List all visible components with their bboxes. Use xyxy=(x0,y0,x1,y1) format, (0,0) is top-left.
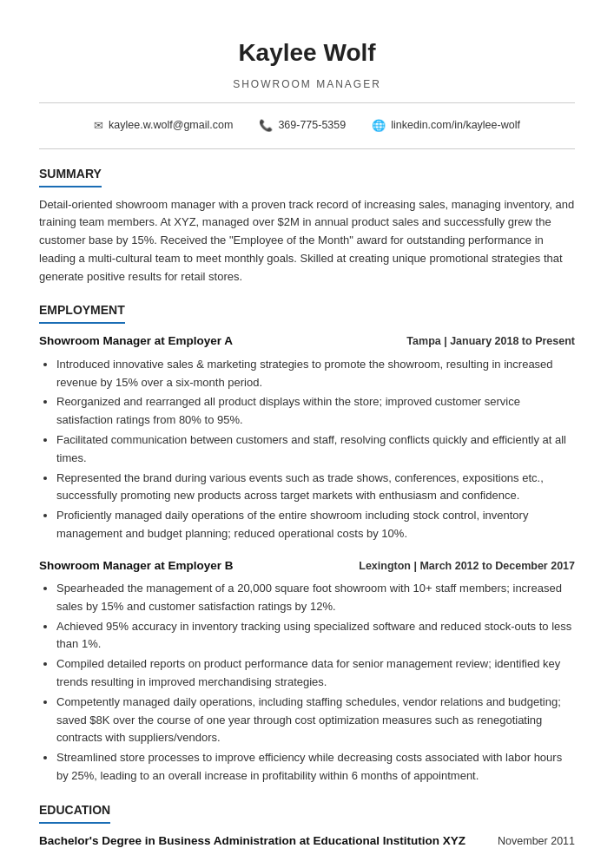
header: Kaylee Wolf SHOWROOM MANAGER ✉ kaylee.w.… xyxy=(39,35,575,149)
education-date: November 2011 xyxy=(498,833,575,850)
bullet-item: Spearheaded the management of a 20,000 s… xyxy=(56,580,575,616)
divider-bottom xyxy=(39,148,575,149)
bullet-item: Facilitated communication between custom… xyxy=(56,431,575,468)
bullet-item: Streamlined store processes to improve e… xyxy=(56,749,575,786)
email-icon: ✉ xyxy=(94,117,103,135)
job-header: Showroom Manager at Employer ATampa | Ja… xyxy=(39,332,575,350)
phone-text: 369-775-5359 xyxy=(278,117,346,134)
phone-contact: 📞 369-775-5359 xyxy=(259,117,346,135)
bullet-item: Achieved 95% accuracy in inventory track… xyxy=(56,618,575,654)
full-name: Kaylee Wolf xyxy=(39,35,575,71)
linkedin-contact: 🌐 linkedin.com/in/kaylee-wolf xyxy=(372,117,520,135)
bullet-item: Represented the brand during various eve… xyxy=(56,470,575,506)
job-title: Showroom Manager at Employer B xyxy=(39,557,234,575)
summary-heading: SUMMARY xyxy=(39,165,102,187)
summary-section: SUMMARY Detail-oriented showroom manager… xyxy=(39,165,575,286)
education-entry: Bachelor's Degree in Business Administra… xyxy=(39,832,575,850)
email-contact: ✉ kaylee.w.wolf@gmail.com xyxy=(94,117,233,135)
job-location-date: Tampa | January 2018 to Present xyxy=(406,333,575,350)
email-text: kaylee.w.wolf@gmail.com xyxy=(109,117,233,134)
job-entry: Showroom Manager at Employer BLexington … xyxy=(39,557,575,786)
summary-text: Detail-oriented showroom manager with a … xyxy=(39,196,575,286)
jobs-list: Showroom Manager at Employer ATampa | Ja… xyxy=(39,332,575,785)
linkedin-text: linkedin.com/in/kaylee-wolf xyxy=(391,117,520,134)
job-title: SHOWROOM MANAGER xyxy=(39,76,575,92)
degree-title: Bachelor's Degree in Business Administra… xyxy=(39,832,465,850)
divider-top xyxy=(39,102,575,103)
job-header: Showroom Manager at Employer BLexington … xyxy=(39,557,575,575)
bullet-item: Proficiently managed daily operations of… xyxy=(56,507,575,543)
education-section: EDUCATION Bachelor's Degree in Business … xyxy=(39,801,575,850)
job-location-date: Lexington | March 2012 to December 2017 xyxy=(359,558,575,575)
bullet-item: Introduced innovative sales & marketing … xyxy=(56,356,575,392)
job-entry: Showroom Manager at Employer ATampa | Ja… xyxy=(39,332,575,542)
globe-icon: 🌐 xyxy=(372,117,386,135)
bullet-item: Reorganized and rearranged all product d… xyxy=(56,393,575,430)
employment-section: EMPLOYMENT Showroom Manager at Employer … xyxy=(39,301,575,785)
bullet-item: Compiled detailed reports on product per… xyxy=(56,655,575,692)
job-title: Showroom Manager at Employer A xyxy=(39,332,233,350)
education-heading: EDUCATION xyxy=(39,801,110,824)
phone-icon: 📞 xyxy=(259,117,273,135)
job-bullets: Introduced innovative sales & marketing … xyxy=(39,356,575,543)
bullet-item: Competently managed daily operations, in… xyxy=(56,694,575,747)
employment-heading: EMPLOYMENT xyxy=(39,301,125,324)
contact-row: ✉ kaylee.w.wolf@gmail.com 📞 369-775-5359… xyxy=(39,112,575,140)
job-bullets: Spearheaded the management of a 20,000 s… xyxy=(39,580,575,786)
